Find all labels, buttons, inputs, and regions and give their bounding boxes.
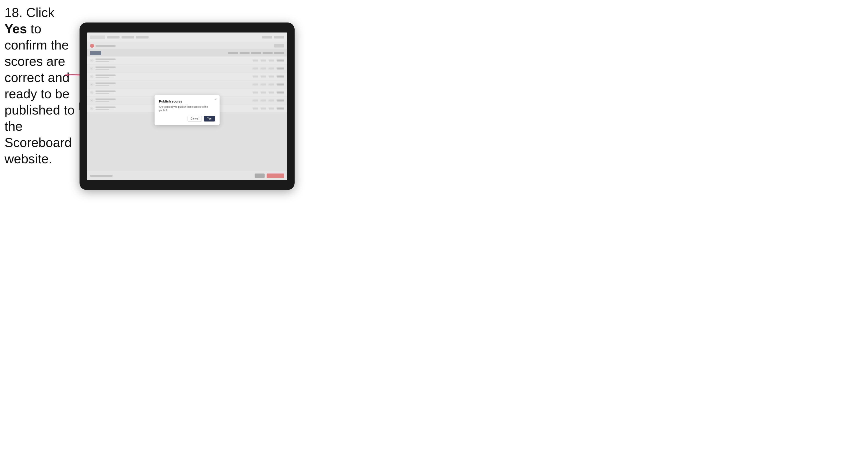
dialog-body-text: Are you ready to publish these scores to… bbox=[159, 105, 215, 112]
cancel-button[interactable]: Cancel bbox=[188, 116, 202, 122]
publish-scores-dialog: Publish scores × Are you ready to publis… bbox=[155, 95, 220, 125]
tablet-screen: 1 2 3 bbox=[87, 32, 287, 180]
tablet-device: 1 2 3 bbox=[80, 23, 294, 190]
dialog-title: Publish scores bbox=[159, 99, 215, 103]
yes-button[interactable]: Yes bbox=[204, 116, 215, 122]
step-number: 18. bbox=[4, 5, 26, 20]
bold-yes: Yes bbox=[4, 22, 27, 36]
power-button bbox=[79, 102, 80, 110]
dialog-overlay: Publish scores × Are you ready to publis… bbox=[87, 32, 287, 180]
instruction-text: 18. Click Yes to confirm the scores are … bbox=[4, 4, 77, 167]
dialog-footer: Cancel Yes bbox=[159, 116, 215, 122]
close-icon[interactable]: × bbox=[215, 97, 217, 101]
